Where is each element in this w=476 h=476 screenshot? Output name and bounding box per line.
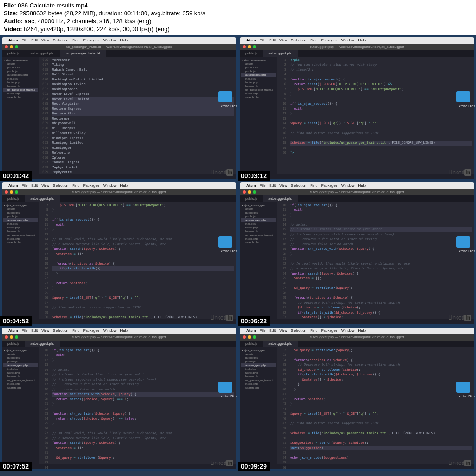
menubar[interactable]: AtomFileEditViewSelectionFindPackagesWin… <box>2 37 236 44</box>
tab[interactable]: public.js <box>240 195 263 202</box>
maximize-icon[interactable] <box>15 335 18 339</box>
menu-item[interactable]: Find <box>72 38 79 42</box>
close-icon[interactable] <box>5 190 8 194</box>
file-tree-item[interactable]: assets <box>3 352 38 356</box>
menubar[interactable]: AtomFileEditViewSelectionFindPackagesWin… <box>2 182 236 189</box>
menu-item[interactable]: Find <box>310 329 317 333</box>
menu-item[interactable]: View <box>41 183 49 188</box>
menu-item[interactable]: Find <box>310 38 317 42</box>
file-tree-item[interactable]: includes <box>3 77 38 80</box>
file-tree-item[interactable]: search.php <box>3 95 38 99</box>
menu-item[interactable]: Find <box>72 183 79 188</box>
traffic-lights[interactable] <box>5 45 18 48</box>
folder[interactable]: ▸ ajax_autosuggest <box>3 58 38 62</box>
menu-item[interactable]: Edit <box>269 38 276 42</box>
file-tree-item[interactable]: us_passenger_trains.t <box>241 88 276 92</box>
file-tree-item[interactable]: header.php <box>241 84 276 88</box>
file-tree-item[interactable]: public.js <box>3 215 38 218</box>
menu-item[interactable]: File <box>259 38 265 42</box>
file-tree-item[interactable]: includes <box>241 367 276 371</box>
menubar[interactable]: AtomFileEditViewSelectionFindPackagesWin… <box>2 328 236 334</box>
menu-item[interactable]: File <box>21 183 27 188</box>
file-tree-item[interactable]: autosuggest.php <box>3 363 38 367</box>
menu-item[interactable]: Find <box>72 329 79 333</box>
folder-icon[interactable] <box>456 236 470 248</box>
code-area[interactable]: $_SERVER['HTTP_X_REQUESTED_WITH'] == 'XM… <box>50 202 236 319</box>
file-tree[interactable]: ▸ ajax_autosuggestassetspublic.csspublic… <box>2 347 39 464</box>
menu-item[interactable]: Atom <box>246 38 256 42</box>
file-tree-item[interactable]: assets <box>3 207 38 211</box>
menu-item[interactable]: Help <box>358 38 365 42</box>
file-tree-item[interactable]: footer.php <box>3 371 38 375</box>
traffic-lights[interactable] <box>243 45 256 48</box>
menu-item[interactable]: Edit <box>31 329 38 333</box>
file-tree-item[interactable]: public.js <box>3 360 38 363</box>
close-icon[interactable] <box>243 45 246 48</box>
tab[interactable]: public.js <box>240 341 263 347</box>
file-tree-item[interactable]: footer.php <box>3 80 38 84</box>
traffic-lights[interactable] <box>5 190 18 194</box>
menu-item[interactable]: Edit <box>31 183 38 188</box>
menu-item[interactable]: View <box>279 38 287 42</box>
titlebar[interactable]: autosuggest.php — /Users/kevinskoglund/S… <box>240 44 474 50</box>
menu-item[interactable]: Help <box>358 183 365 188</box>
menu-item[interactable]: Find <box>310 183 317 188</box>
tab[interactable]: public.js <box>2 50 25 57</box>
titlebar[interactable]: autosuggest.php — /Users/kevinskoglund/S… <box>2 334 236 341</box>
file-tree-item[interactable]: autosuggest.php <box>3 73 38 77</box>
menu-item[interactable]: Packages <box>83 38 99 42</box>
menu-item[interactable]: Help <box>358 329 365 333</box>
tab-bar[interactable]: public.jsautosuggest.php <box>2 195 236 202</box>
tab-bar[interactable]: public.jsautosuggest.php <box>240 195 474 202</box>
file-tree[interactable]: ▸ ajax_autosuggestassetspublic.csspublic… <box>240 57 277 174</box>
file-tree-item[interactable]: public.js <box>3 69 38 73</box>
menu-item[interactable]: File <box>259 329 265 333</box>
menu-item[interactable]: Atom <box>8 38 18 42</box>
menu-item[interactable]: Window <box>341 183 354 188</box>
folder[interactable]: ▸ ajax_autosuggest <box>241 203 276 207</box>
menu-item[interactable]: Help <box>120 38 127 42</box>
close-icon[interactable] <box>243 335 246 339</box>
menu-item[interactable]: Atom <box>8 183 18 188</box>
menu-item[interactable]: Window <box>103 183 116 188</box>
tab[interactable]: public.js <box>2 341 25 347</box>
file-tree-item[interactable]: footer.php <box>241 226 276 229</box>
menu-item[interactable]: Window <box>103 38 116 42</box>
file-tree-item[interactable]: header.php <box>241 229 276 233</box>
tab[interactable]: public.js <box>240 50 263 57</box>
tab[interactable]: autosuggest.php <box>25 50 60 57</box>
file-tree-item[interactable]: footer.php <box>3 226 38 229</box>
menu-item[interactable]: Selection <box>53 38 68 42</box>
file-tree-item[interactable]: includes <box>241 77 276 80</box>
menu-item[interactable]: Help <box>120 183 127 188</box>
file-tree-item[interactable]: us_passenger_trains.t <box>3 233 38 237</box>
file-tree-item[interactable]: public.css <box>241 66 276 69</box>
file-tree-item[interactable]: includes <box>3 367 38 371</box>
file-tree-item[interactable]: assets <box>241 207 276 211</box>
code-area[interactable]: if(!is_ajax_request()) { exit; } // Note… <box>288 202 474 319</box>
file-tree-item[interactable]: header.php <box>3 229 38 233</box>
file-tree[interactable]: ▸ ajax_autosuggestassetspublic.csspublic… <box>2 57 39 174</box>
file-tree-item[interactable]: autosuggest.php <box>241 363 276 367</box>
menu-item[interactable]: File <box>21 329 27 333</box>
folder-icon[interactable] <box>218 382 232 393</box>
menu-item[interactable]: Edit <box>269 183 276 188</box>
file-tree-item[interactable]: search.php <box>241 95 276 99</box>
file-tree-item[interactable]: index.php <box>241 237 276 241</box>
menu-item[interactable]: Window <box>103 329 116 333</box>
menu-item[interactable]: Packages <box>83 183 99 188</box>
menu-item[interactable]: Window <box>341 329 354 333</box>
tab[interactable]: autosuggest.php <box>25 341 60 347</box>
file-tree-item[interactable]: autosuggest.php <box>241 73 276 77</box>
traffic-lights[interactable] <box>243 190 256 194</box>
menu-item[interactable]: Packages <box>321 183 337 188</box>
menu-item[interactable]: Selection <box>53 329 68 333</box>
titlebar[interactable]: autosuggest.php — /Users/kevinskoglund/S… <box>240 334 474 341</box>
close-icon[interactable] <box>5 335 8 339</box>
menu-item[interactable]: Window <box>341 38 354 42</box>
file-tree-item[interactable]: index.php <box>3 382 38 386</box>
menu-item[interactable]: Selection <box>291 38 306 42</box>
maximize-icon[interactable] <box>15 45 18 48</box>
file-tree[interactable]: ▸ ajax_autosuggestassetspublic.csspublic… <box>2 202 39 319</box>
maximize-icon[interactable] <box>253 45 256 48</box>
